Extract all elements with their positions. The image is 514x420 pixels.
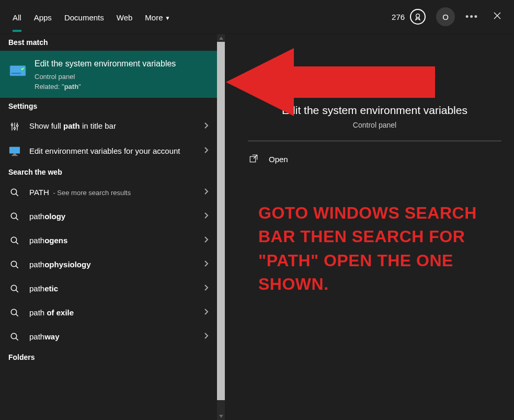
search-icon: [8, 332, 21, 342]
scrollbar-thumb[interactable]: [217, 42, 225, 400]
best-match-subtitle: Control panel: [35, 73, 209, 81]
more-menu-icon[interactable]: •••: [465, 12, 478, 22]
preview-pane: Edit the system environment variables Co…: [225, 34, 514, 420]
preview-subtitle: Control panel: [248, 121, 501, 129]
points-value: 276: [392, 13, 405, 21]
list-item-label: path of exile: [29, 308, 195, 318]
chevron-right-icon: [203, 122, 209, 131]
section-web: Search the web: [0, 164, 217, 180]
best-match-title: Edit the system environment variables: [35, 58, 209, 70]
list-item-label: Edit environment variables for your acco…: [29, 146, 195, 156]
header-bar: All Apps Documents Web More▼ 276 O •••: [0, 0, 514, 34]
rewards-points[interactable]: 276: [392, 9, 426, 25]
best-match-related: Related: "path": [35, 83, 209, 90]
open-action[interactable]: Open: [248, 145, 501, 173]
section-best-match: Best match: [0, 34, 217, 51]
web-item-pathetic[interactable]: pathetic: [0, 277, 217, 301]
svg-rect-10: [12, 155, 18, 156]
settings-item-show-full-path[interactable]: Show full path in title bar: [0, 115, 217, 139]
svg-point-13: [11, 237, 17, 243]
list-item-label: PATH - See more search results: [29, 187, 195, 198]
web-item-pathogens[interactable]: pathogens: [0, 229, 217, 253]
list-item-label: pathetic: [29, 283, 195, 294]
section-settings: Settings: [0, 98, 217, 115]
list-item-label: Show full path in title bar: [29, 121, 195, 131]
svg-rect-9: [13, 153, 16, 155]
svg-rect-8: [9, 146, 20, 153]
search-icon: [8, 212, 21, 221]
open-icon: [249, 154, 259, 165]
svg-point-16: [11, 309, 17, 315]
tab-documents[interactable]: Documents: [64, 3, 104, 31]
open-label: Open: [269, 155, 288, 164]
scroll-up-icon[interactable]: [217, 34, 225, 42]
section-folders: Folders: [0, 349, 217, 366]
best-match-result[interactable]: Edit the system environment variables Co…: [0, 51, 217, 98]
settings-item-edit-env-vars[interactable]: Edit environment variables for your acco…: [0, 139, 217, 164]
search-icon: [8, 236, 21, 245]
search-icon: [8, 188, 21, 197]
monitor-icon: [8, 146, 21, 156]
svg-point-7: [16, 124, 18, 126]
list-item-label: pathology: [29, 211, 195, 222]
svg-point-19: [379, 73, 386, 81]
list-item-label: pathogens: [29, 235, 195, 246]
tab-all[interactable]: All: [13, 3, 21, 31]
results-pane: Best match Edit the system environment v…: [0, 34, 225, 420]
chevron-right-icon: [203, 236, 209, 245]
search-icon: [8, 284, 21, 293]
web-item-path-of-exile[interactable]: path of exile: [0, 301, 217, 325]
svg-point-17: [11, 333, 17, 339]
svg-point-12: [11, 213, 17, 219]
control-panel-icon: [8, 60, 27, 79]
scroll-down-icon[interactable]: [217, 412, 225, 420]
chevron-right-icon: [203, 212, 209, 221]
chevron-right-icon: [203, 284, 209, 293]
web-item-path[interactable]: PATH - See more search results: [0, 180, 217, 205]
web-item-pathophysiology[interactable]: pathophysiology: [0, 253, 217, 277]
close-button[interactable]: [489, 7, 506, 26]
control-panel-icon: [359, 62, 391, 94]
chevron-right-icon: [203, 188, 209, 197]
divider: [248, 141, 501, 141]
chevron-right-icon: [203, 260, 209, 269]
web-item-pathology[interactable]: pathology: [0, 205, 217, 229]
tab-web[interactable]: Web: [117, 3, 133, 31]
chevron-down-icon: ▼: [165, 15, 170, 21]
search-icon: [8, 308, 21, 317]
chevron-right-icon: [203, 308, 209, 317]
avatar[interactable]: O: [436, 7, 455, 26]
svg-point-5: [11, 124, 13, 126]
list-item-label: pathway: [29, 332, 195, 342]
svg-point-6: [14, 127, 15, 129]
sliders-icon: [8, 121, 21, 132]
chevron-right-icon: [203, 146, 209, 156]
svg-point-11: [11, 189, 17, 195]
svg-point-14: [11, 261, 17, 267]
tab-more[interactable]: More▼: [145, 3, 170, 31]
search-icon: [8, 260, 21, 269]
svg-rect-4: [12, 73, 21, 74]
preview-title: Edit the system environment variables: [248, 104, 501, 117]
medal-icon: [410, 9, 426, 25]
chevron-right-icon: [203, 332, 209, 342]
svg-point-15: [11, 285, 17, 291]
search-tabs: All Apps Documents Web More▼: [8, 3, 392, 31]
list-item-label: pathophysiology: [29, 259, 195, 270]
svg-point-0: [416, 14, 420, 18]
tab-apps[interactable]: Apps: [34, 3, 52, 31]
svg-rect-20: [364, 83, 380, 85]
web-item-pathway[interactable]: pathway: [0, 325, 217, 349]
